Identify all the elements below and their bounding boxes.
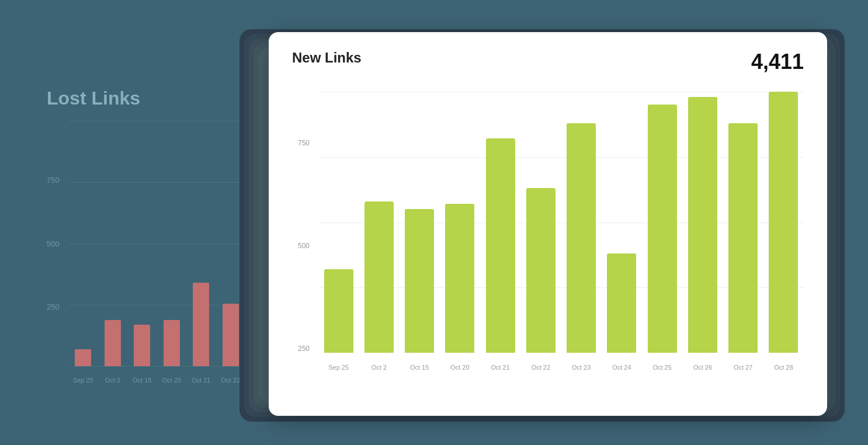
new-links-bar-group xyxy=(523,92,558,353)
lost-links-x-label: Oct 20 xyxy=(159,377,185,384)
card-header: New Links 4,411 xyxy=(292,50,804,74)
new-links-chart-inner xyxy=(318,92,804,353)
new-links-x-axis: Sep 25Oct 2Oct 15Oct 20Oct 21Oct 22Oct 2… xyxy=(318,359,804,376)
lost-links-bar-group xyxy=(159,158,185,366)
new-links-bar-group xyxy=(482,92,518,353)
lost-links-y-axis: 750 500 250 xyxy=(47,121,64,366)
lost-links-x-label: Sep 25 xyxy=(70,377,96,384)
lost-links-bar-group xyxy=(129,158,155,366)
new-links-total: 4,411 xyxy=(751,50,804,74)
lost-links-bar-group xyxy=(188,158,214,366)
lost-links-x-label: Oct 2 xyxy=(100,377,126,384)
lost-links-bar xyxy=(105,320,121,366)
new-links-bar-group xyxy=(442,92,478,353)
lost-links-bar xyxy=(134,325,150,366)
new-links-bar xyxy=(728,123,758,353)
new-links-bar xyxy=(445,204,474,353)
lost-links-x-label: Oct 21 xyxy=(188,377,214,384)
new-links-bar xyxy=(648,105,677,353)
new-links-bar xyxy=(567,123,596,353)
new-links-bar-group xyxy=(685,92,720,353)
lost-links-bar xyxy=(75,349,91,366)
new-links-bar-group xyxy=(766,92,801,353)
new-links-bars xyxy=(318,92,804,353)
new-links-bar xyxy=(688,97,717,353)
new-links-x-label: Oct 27 xyxy=(725,359,761,376)
new-links-bar xyxy=(526,188,555,353)
new-links-bar-group xyxy=(564,92,599,353)
new-links-x-label: Oct 25 xyxy=(644,359,680,376)
new-links-x-label: Oct 2 xyxy=(361,359,397,376)
new-links-bar xyxy=(486,138,515,353)
lost-links-bar xyxy=(223,304,239,366)
new-links-bar-group xyxy=(644,92,680,353)
new-links-x-label: Oct 28 xyxy=(766,359,801,376)
new-links-x-label: Oct 23 xyxy=(564,359,599,376)
new-links-bar-group xyxy=(361,92,397,353)
lost-links-bar-group xyxy=(100,158,126,366)
new-links-x-label: Oct 26 xyxy=(685,359,720,376)
new-links-card: New Links 4,411 750 500 250 Sep 25Oct 2O… xyxy=(269,32,827,416)
lost-links-bar xyxy=(164,320,180,366)
lost-links-x-label: Oct 15 xyxy=(129,377,155,384)
new-links-bar xyxy=(769,92,798,353)
new-links-bar xyxy=(364,201,394,353)
new-links-title: New Links xyxy=(292,50,362,66)
new-links-y-axis: 750 500 250 xyxy=(292,92,315,353)
new-links-x-label: Sep 25 xyxy=(321,359,356,376)
new-links-chart: 750 500 250 Sep 25Oct 2Oct 15Oct 20Oct 2… xyxy=(292,92,804,376)
new-links-x-label: Oct 20 xyxy=(442,359,478,376)
new-links-x-label: Oct 15 xyxy=(402,359,438,376)
new-links-x-label: Oct 22 xyxy=(523,359,558,376)
new-links-x-label: Oct 21 xyxy=(482,359,518,376)
new-links-bar-group xyxy=(604,92,640,353)
lost-links-bar-group xyxy=(70,158,96,366)
lost-links-bar xyxy=(193,283,209,366)
new-links-bar xyxy=(405,209,434,353)
new-links-bar-group xyxy=(402,92,438,353)
new-links-bar xyxy=(607,253,636,353)
new-links-x-label: Oct 24 xyxy=(604,359,640,376)
new-links-bar-group xyxy=(725,92,761,353)
new-links-bar-group xyxy=(321,92,356,353)
new-links-bar xyxy=(324,269,353,353)
